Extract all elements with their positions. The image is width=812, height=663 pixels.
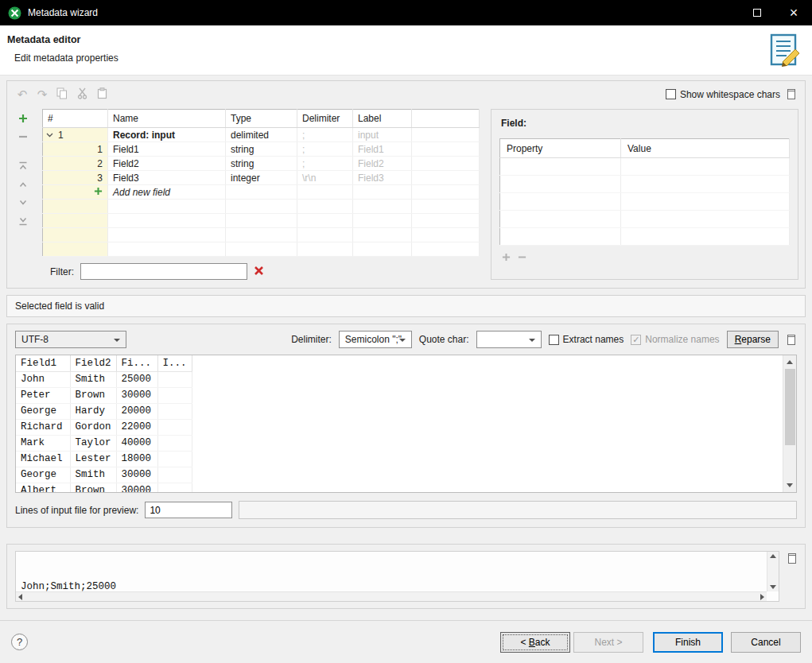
scroll-up-button[interactable] [767,552,779,560]
move-up-icon[interactable] [18,180,28,192]
preview-cell[interactable]: Brown [70,387,116,403]
preview-cell[interactable] [157,371,192,387]
raw-vertical-scrollbar[interactable] [767,552,779,591]
preview-row[interactable]: GeorgeSmith30000 [16,467,192,483]
preview-col-header[interactable]: I... [157,355,192,371]
record-row[interactable]: 1 Record: input delimited ; input [43,128,480,142]
preview-cell[interactable]: Michael [16,451,70,467]
maximize-panel-icon[interactable] [786,334,797,346]
remove-property-icon[interactable] [518,253,526,264]
record-name-cell[interactable]: Record: input [108,128,226,142]
preview-cell[interactable]: Gordon [70,419,116,435]
charset-combo[interactable]: UTF-8 [15,331,126,348]
cut-icon[interactable] [75,87,89,101]
preview-cell[interactable]: 30000 [116,467,157,483]
maximize-button[interactable] [739,0,775,25]
show-whitespace-checkbox[interactable]: Show whitespace chars [666,89,780,100]
add-field-row[interactable]: Add new field [43,185,480,200]
field-label-cell[interactable]: Field2 [353,157,412,171]
lines-count-input[interactable] [145,502,232,518]
add-field-label-cell[interactable]: Add new field [108,185,226,200]
col-header-type[interactable]: Type [226,110,297,128]
delimiter-combo[interactable]: Semicolon ";" [339,331,412,348]
reparse-button[interactable]: Reparse [727,331,779,348]
preview-cell[interactable]: Peter [16,387,70,403]
remove-field-icon[interactable] [18,132,28,144]
preview-cell[interactable]: Brown [70,483,116,493]
col-header-label[interactable]: Label [353,110,412,128]
preview-cell[interactable] [157,451,192,467]
record-delimiter-cell[interactable]: ; [297,128,353,142]
preview-row[interactable]: PeterBrown30000 [16,387,192,403]
field-name-cell[interactable]: Field2 [108,157,226,171]
field-num-cell[interactable]: 1 [43,142,108,157]
preview-cell[interactable] [157,467,192,483]
close-button[interactable]: × [775,0,812,25]
add-field-plus-cell[interactable] [43,185,108,200]
preview-cell[interactable] [157,419,192,435]
field-type-cell[interactable]: integer [226,171,297,185]
preview-cell[interactable]: John [16,371,70,387]
field-num-cell[interactable]: 2 [43,157,108,171]
preview-cell[interactable]: Richard [16,419,70,435]
filter-input[interactable] [80,263,247,280]
redo-icon[interactable]: ↷ [35,88,49,100]
field-delimiter-cell[interactable]: ; [297,157,353,171]
expand-chevron-icon[interactable] [46,129,53,140]
preview-cell[interactable]: 18000 [116,451,157,467]
preview-cell[interactable]: Lester [70,451,116,467]
field-num-cell[interactable]: 3 [43,171,108,185]
field-delimiter-cell[interactable]: \r\n [297,171,353,185]
preview-cell[interactable]: 30000 [116,483,157,493]
move-top-icon[interactable] [18,161,28,173]
scroll-up-button[interactable] [783,355,796,369]
preview-cell[interactable]: Albert [16,483,70,493]
field-type-cell[interactable]: string [226,142,297,157]
field-type-cell[interactable]: string [226,157,297,171]
preview-cell[interactable]: 22000 [116,419,157,435]
field-row[interactable]: 2 Field2 string ; Field2 [43,157,480,171]
clear-filter-icon[interactable] [254,266,264,278]
preview-cell[interactable] [157,403,192,419]
back-button[interactable]: < Back [500,632,570,653]
col-header-num[interactable]: # [43,110,108,128]
field-name-cell[interactable]: Field3 [108,171,226,185]
scroll-left-icon[interactable] [18,594,22,600]
preview-cell[interactable]: 40000 [116,435,157,451]
preview-cell[interactable]: George [16,403,70,419]
preview-col-header[interactable]: Field2 [70,355,116,371]
maximize-panel-icon[interactable] [787,552,798,564]
scrollbar-thumb[interactable] [785,369,795,445]
preview-cell[interactable]: Smith [70,371,116,387]
preview-cell[interactable]: 20000 [116,403,157,419]
scroll-down-button[interactable] [783,479,796,492]
preview-row[interactable]: AlbertBrown30000 [16,483,192,493]
quote-char-combo[interactable] [476,331,542,348]
preview-cell[interactable]: Mark [16,435,70,451]
col-header-value[interactable]: Value [621,139,790,158]
undo-icon[interactable]: ↶ [15,88,29,100]
raw-horizontal-scrollbar[interactable] [16,591,767,601]
preview-cell[interactable]: Hardy [70,403,116,419]
preview-cell[interactable]: George [16,467,70,483]
col-header-name[interactable]: Name [108,110,226,128]
preview-cell[interactable] [157,483,192,493]
preview-row[interactable]: MarkTaylor40000 [16,435,192,451]
field-name-cell[interactable]: Field1 [108,142,226,157]
add-field-icon[interactable] [18,114,28,126]
scroll-right-icon[interactable] [760,594,764,600]
preview-col-header[interactable]: Fi... [116,355,157,371]
preview-cell[interactable]: Smith [70,467,116,483]
preview-scrollbar[interactable] [783,355,796,492]
copy-icon[interactable] [55,87,69,101]
preview-row[interactable]: JohnSmith25000 [16,371,192,387]
cancel-button[interactable]: Cancel [731,632,801,653]
field-row[interactable]: 1 Field1 string ; Field1 [43,142,480,157]
preview-cell[interactable]: Taylor [70,435,116,451]
add-property-icon[interactable] [502,253,511,264]
field-delimiter-cell[interactable]: ; [297,142,353,157]
help-button[interactable]: ? [11,634,28,650]
preview-col-header[interactable]: Field1 [16,355,70,371]
move-down-icon[interactable] [18,198,28,210]
preview-cell[interactable] [157,435,192,451]
